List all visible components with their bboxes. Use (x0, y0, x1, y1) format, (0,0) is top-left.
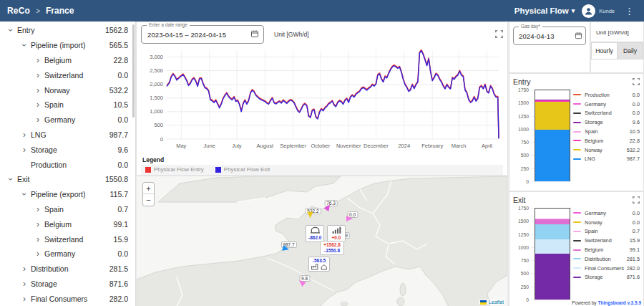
chevron-right-icon[interactable]: › (19, 146, 29, 153)
bar-legend-row[interactable]: Norway532.2 (573, 145, 640, 155)
svg-text:2,500: 2,500 (150, 67, 163, 74)
bar-legend-row[interactable]: Belgium99.1 (573, 245, 640, 254)
flow-line-chart[interactable]: 05001,0001,5002,0002,5003,000MayJuneJuly… (141, 44, 503, 155)
chevron-down-icon[interactable]: › (21, 189, 28, 199)
tree-row-exit[interactable]: ›Exit1550.8 (0, 172, 135, 187)
exit-bar-card: Exit 02505007501000125015001750Germany0.… (509, 192, 643, 306)
tree-row-belgium[interactable]: ›Belgium22.8 (0, 53, 135, 68)
chevron-right-icon[interactable]: › (19, 280, 29, 287)
lng-flow-marker[interactable]: 987.7 (286, 249, 292, 254)
chevron-right-icon[interactable]: › (33, 206, 43, 213)
legend-item[interactable]: Physical Flow Exit (215, 166, 270, 173)
chevron-right-icon[interactable]: › (19, 131, 29, 138)
tree-row-storage[interactable]: ›Storage871.6 (0, 277, 135, 292)
kebab-menu-icon[interactable]: ⋮ (622, 6, 637, 16)
bar-legend-row[interactable]: Spain0.7 (573, 227, 640, 236)
map-attribution[interactable]: Leaflet (479, 300, 505, 305)
tree-item-value: 0.0 (117, 115, 128, 124)
bar-legend-row[interactable]: Storage9.6 (573, 118, 640, 127)
spain-flow-marker[interactable]: 9.8 (301, 282, 308, 288)
chevron-right-icon[interactable]: › (33, 101, 43, 108)
chevron-right-icon[interactable]: › (19, 295, 29, 302)
tree-row-production[interactable]: Production0.0 (0, 157, 135, 172)
bar-legend-row[interactable]: Belgium22.8 (573, 136, 640, 145)
chevron-right-icon[interactable]: › (33, 221, 43, 228)
physical-flow-dropdown[interactable]: Physical Flow ▾ (514, 6, 575, 15)
gas-day-field[interactable]: Gas day* 2024-04-13 (513, 27, 586, 45)
leaflet-link[interactable]: Leaflet (489, 300, 504, 305)
bar-legend-row[interactable]: Production0.0 (573, 90, 640, 100)
chevron-right-icon[interactable]: › (33, 87, 43, 94)
bar-legend-row[interactable]: Storage871.6 (573, 273, 640, 282)
fullscreen-icon[interactable] (633, 193, 640, 206)
tree-row-belgium[interactable]: ›Belgium99.1 (0, 216, 135, 231)
chevron-right-icon[interactable]: › (33, 116, 43, 123)
bar-legend-row[interactable]: Switzerland0.0 (573, 109, 640, 118)
fullscreen-icon[interactable] (633, 75, 640, 88)
bar-legend-row[interactable]: LNG987.7 (573, 155, 640, 164)
chevron-right-icon[interactable]: › (19, 265, 29, 272)
tree-row-distribution[interactable]: ›Distribution281.5 (0, 262, 135, 277)
chevron-down-icon[interactable]: › (7, 174, 14, 184)
calendar-icon[interactable] (575, 29, 582, 42)
tree-row-germany[interactable]: ›Germany0.0 (0, 247, 135, 262)
tree-row-germany[interactable]: ›Germany0.0 (0, 113, 135, 128)
daily-button[interactable]: Daily (617, 42, 643, 59)
sidebar-scrollbar[interactable] (132, 24, 135, 118)
tree-row-switzerland[interactable]: ›Switzerland0.0 (0, 67, 135, 82)
date-range-field[interactable]: Enter a date range 2023-04-15 – 2024-04-… (141, 25, 264, 44)
chevron-right-icon[interactable]: › (33, 57, 43, 64)
bar-legend-row[interactable]: Germany0.0 (573, 209, 640, 218)
tree-row-entry[interactable]: ›Entry1562.8 (0, 23, 135, 38)
hourly-button[interactable]: Hourly (591, 42, 617, 59)
chevron-down-icon[interactable]: › (7, 25, 14, 35)
tree-row-final-consumers[interactable]: ›Final Consumers282.0 (0, 291, 135, 306)
chevron-down-icon[interactable]: › (21, 40, 28, 50)
thingsboard-link[interactable]: Thingsboard v.3.5.9 (597, 300, 641, 305)
tree-row-storage[interactable]: ›Storage9.6 (0, 142, 135, 157)
bar-legend-row[interactable]: Distribution281.5 (573, 254, 640, 264)
legend-item[interactable]: Physical Flow Entry (145, 166, 204, 173)
tree-row-spain[interactable]: ›Spain10.5 (0, 97, 135, 113)
tree-row-switzerland[interactable]: ›Switzerland15.9 (0, 231, 135, 247)
tree-row-pipeline-export-[interactable]: ›Pipeline (export)115.7 (0, 187, 135, 202)
chevron-right-icon[interactable]: › (33, 250, 43, 257)
bar-legend-row[interactable]: Norway0.0 (573, 218, 640, 227)
user-avatar[interactable] (582, 4, 595, 18)
house-icon (321, 264, 328, 270)
legend-label: Belgium (585, 138, 630, 144)
calendar-icon[interactable] (250, 28, 259, 41)
app: ReCo > France Physical Flow ▾ Kunde ⋮ ›E… (0, 0, 644, 306)
exit-stacked-bar[interactable]: 02505007501000125015001750 (513, 206, 573, 302)
legend-value: 15.9 (630, 237, 640, 244)
tree-row-pipeline-import-[interactable]: ›Pipeline (import)565.5 (0, 38, 135, 53)
belgium-flow-marker[interactable]: 76.3 (328, 207, 334, 213)
norway-flow-marker[interactable]: 532.2 (310, 215, 316, 221)
chevron-right-icon[interactable]: › (33, 72, 43, 79)
svg-text:1,000: 1,000 (150, 108, 163, 115)
zoom-in-button[interactable]: + (143, 183, 154, 194)
tree-item-label: Entry (17, 26, 35, 34)
legend-value: 282.0 (627, 265, 640, 272)
bar-legend-row[interactable]: Final Consumers282.0 (573, 264, 640, 273)
consumption-flow-box[interactable]: -563.5 (308, 257, 330, 272)
chevron-right-icon[interactable]: › (33, 236, 43, 243)
brand[interactable]: ReCo (7, 6, 30, 16)
tree-row-spain[interactable]: ›Spain0.7 (0, 202, 135, 217)
bar-legend-row[interactable]: Germany0.0 (573, 100, 640, 109)
storage-net-flow-box[interactable]: -862.0 (306, 225, 324, 242)
bar-legend-row[interactable]: Switzerland15.9 (573, 236, 640, 245)
top-bar: ReCo > France Physical Flow ▾ Kunde ⋮ (0, 0, 644, 21)
entry-exit-totals-box[interactable]: +1562.8 -1550.8 (320, 241, 344, 255)
tree-row-norway[interactable]: ›Norway532.2 (0, 82, 135, 97)
bar-legend-row[interactable]: Spain10.5 (573, 127, 640, 136)
fullscreen-icon[interactable] (495, 28, 503, 41)
production-flow-box[interactable]: +0.0 (327, 225, 346, 242)
exit-total-value: -1550.8 (323, 248, 341, 254)
legend-swatch (573, 131, 581, 133)
entry-stacked-bar[interactable]: 02505007501000125015001750 (513, 87, 573, 183)
flow-map[interactable]: + − 532.276.30.015.9987.79.8 -862.0 +0.0… (137, 176, 507, 306)
germany-flow-marker[interactable]: 0.0 (349, 219, 356, 224)
tree-row-lng[interactable]: ›LNG987.7 (0, 128, 135, 143)
zoom-out-button[interactable]: − (143, 194, 154, 206)
